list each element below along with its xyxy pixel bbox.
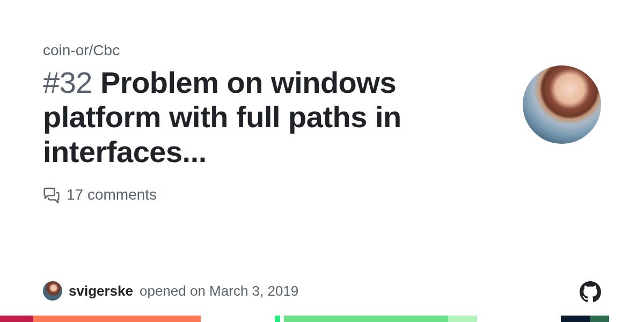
color-segment	[33, 316, 201, 322]
color-segment	[609, 316, 644, 322]
author-avatar-small[interactable]	[43, 281, 62, 301]
color-segment	[561, 316, 590, 322]
color-accent-bar	[0, 316, 644, 322]
opened-timestamp: opened on March 3, 2019	[140, 283, 298, 299]
color-segment	[477, 316, 561, 322]
color-segment	[275, 316, 280, 322]
issue-title-text: Problem on windows platform with full pa…	[43, 65, 401, 169]
title-block: #32 Problem on windows platform with ful…	[43, 65, 501, 169]
issue-number: #32	[43, 65, 92, 99]
comments-row[interactable]: 17 comments	[43, 186, 601, 203]
color-segment	[448, 316, 477, 322]
color-segment	[284, 316, 448, 322]
author-username[interactable]: svigerske	[69, 283, 133, 299]
color-segment	[280, 316, 284, 322]
comments-count: 17 comments	[67, 186, 157, 203]
repo-path[interactable]: coin-or/Cbc	[43, 42, 601, 59]
color-segment	[590, 316, 609, 322]
comment-discussion-icon	[43, 186, 60, 203]
github-mark-icon[interactable]	[580, 281, 601, 303]
color-segment	[201, 316, 275, 322]
title-row: #32 Problem on windows platform with ful…	[43, 65, 601, 169]
author-avatar-large[interactable]	[523, 65, 601, 144]
color-segment	[0, 316, 33, 322]
author-row: svigerske opened on March 3, 2019	[43, 281, 298, 301]
issue-title: #32 Problem on windows platform with ful…	[43, 65, 501, 169]
